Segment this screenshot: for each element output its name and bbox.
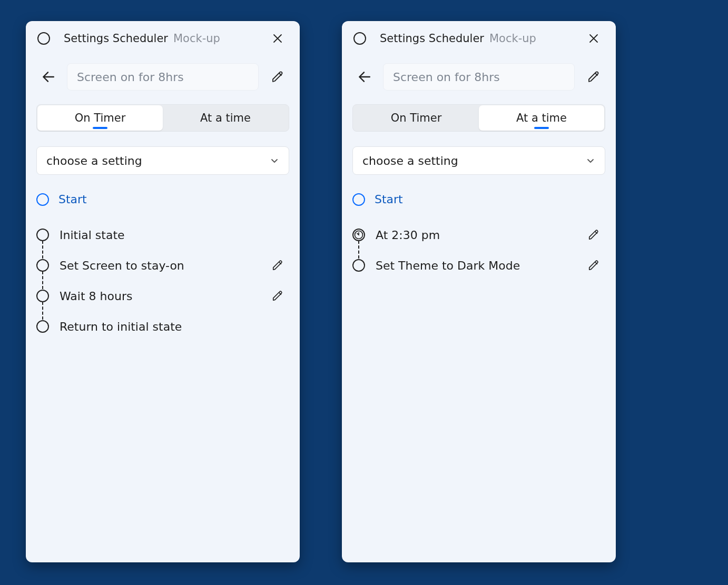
tabs: On Timer At a time (36, 104, 289, 132)
edit-step-button[interactable] (582, 223, 605, 246)
titlebar: Settings Scheduler Mock-up (26, 21, 300, 56)
close-button[interactable] (266, 27, 289, 50)
close-button[interactable] (582, 27, 605, 50)
step-label: Initial state (60, 229, 289, 242)
step-item: Set Theme to Dark Mode (352, 250, 605, 281)
step-label: Return to initial state (60, 320, 289, 333)
start-row[interactable]: Start (36, 193, 289, 206)
window-at-a-time: Settings Scheduler Mock-up Screen on for… (342, 21, 616, 562)
back-arrow-icon (357, 70, 371, 84)
step-item: At 2:30 pm (352, 220, 605, 250)
step-bullet-icon (36, 320, 49, 333)
edit-step-button[interactable] (266, 254, 289, 277)
steps-list: At 2:30 pm Set Theme to Dark Mode (352, 220, 605, 281)
tab-at-a-time[interactable]: At a time (479, 105, 604, 131)
window-on-timer: Settings Scheduler Mock-up Screen on for… (26, 21, 300, 562)
titlebar: Settings Scheduler Mock-up (342, 21, 616, 56)
step-item: Set Screen to stay-on (36, 250, 289, 281)
clock-icon (352, 229, 365, 241)
edit-name-button[interactable] (582, 65, 605, 88)
setting-select-placeholder: choose a setting (362, 154, 458, 167)
step-bullet-icon (352, 259, 365, 272)
start-icon (36, 193, 49, 206)
tab-on-timer[interactable]: On Timer (37, 105, 163, 131)
header-row: Screen on for 8hrs (26, 56, 300, 95)
setting-select-wrap: choose a setting (352, 146, 605, 175)
step-item: Wait 8 hours (36, 281, 289, 311)
start-label: Start (375, 193, 403, 206)
close-icon (589, 34, 598, 43)
routine-name-input[interactable]: Screen on for 8hrs (67, 63, 259, 91)
header-row: Screen on for 8hrs (342, 56, 616, 95)
pencil-icon (588, 260, 599, 271)
pencil-icon (271, 71, 284, 83)
window-subtitle: Mock-up (173, 32, 220, 45)
tab-label: At a time (516, 112, 567, 124)
window-subtitle: Mock-up (489, 32, 536, 45)
tab-label: On Timer (391, 112, 442, 124)
start-label: Start (58, 193, 87, 206)
tab-on-timer[interactable]: On Timer (353, 105, 479, 131)
setting-select[interactable]: choose a setting (36, 146, 289, 175)
close-icon (273, 34, 282, 43)
step-item: Return to initial state (36, 311, 289, 342)
routine-name-input[interactable]: Screen on for 8hrs (383, 63, 575, 91)
chevron-down-icon (586, 156, 595, 165)
app-icon (353, 32, 366, 45)
window-title: Settings Scheduler (380, 32, 484, 45)
start-icon (352, 193, 365, 206)
setting-select-wrap: choose a setting (36, 146, 289, 175)
edit-step-button[interactable] (582, 254, 605, 277)
step-bullet-icon (36, 259, 49, 272)
tab-at-a-time[interactable]: At a time (163, 105, 288, 131)
routine-name-placeholder: Screen on for 8hrs (77, 71, 184, 84)
setting-select[interactable]: choose a setting (352, 146, 605, 175)
pencil-icon (588, 229, 599, 241)
window-title: Settings Scheduler (64, 32, 168, 45)
pencil-icon (587, 71, 600, 83)
routine-name-placeholder: Screen on for 8hrs (393, 71, 500, 84)
step-bullet-icon (36, 290, 49, 302)
step-label: At 2:30 pm (376, 229, 582, 242)
step-label: Wait 8 hours (60, 290, 266, 303)
setting-select-placeholder: choose a setting (46, 154, 142, 167)
tab-label: On Timer (75, 112, 126, 124)
edit-name-button[interactable] (266, 65, 289, 88)
step-bullet-icon (36, 229, 49, 241)
step-item: Initial state (36, 220, 289, 250)
start-row[interactable]: Start (352, 193, 605, 206)
steps-list: Initial state Set Screen to stay-on Wait… (36, 220, 289, 342)
step-label: Set Theme to Dark Mode (376, 259, 582, 272)
back-button[interactable] (352, 65, 376, 88)
pencil-icon (272, 260, 283, 271)
app-icon (37, 32, 50, 45)
tabs: On Timer At a time (352, 104, 605, 132)
back-arrow-icon (41, 70, 55, 84)
back-button[interactable] (36, 65, 60, 88)
pencil-icon (272, 290, 283, 302)
step-label: Set Screen to stay-on (60, 259, 266, 272)
edit-step-button[interactable] (266, 284, 289, 308)
tab-label: At a time (200, 112, 251, 124)
chevron-down-icon (270, 156, 279, 165)
